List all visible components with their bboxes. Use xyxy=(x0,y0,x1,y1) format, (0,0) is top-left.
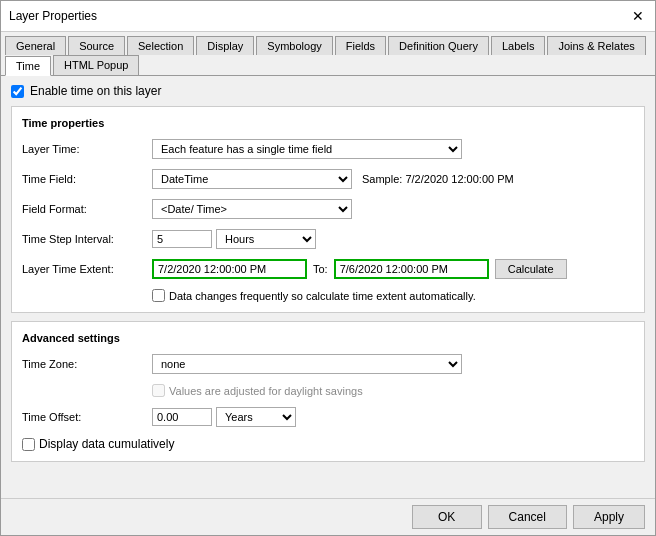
cumulative-row: Display data cumulatively xyxy=(22,437,634,451)
time-step-input[interactable]: 5 xyxy=(152,230,212,248)
time-field-control: DateTime Sample: 7/2/2020 12:00:00 PM xyxy=(152,169,634,189)
field-format-select[interactable]: <Date/ Time> xyxy=(152,199,352,219)
enable-time-label: Enable time on this layer xyxy=(30,84,161,98)
auto-calc-checkbox[interactable] xyxy=(152,289,165,302)
layer-time-label: Layer Time: xyxy=(22,143,152,155)
to-label: To: xyxy=(313,263,328,275)
tab-time[interactable]: Time xyxy=(5,56,51,76)
tab-html-popup[interactable]: HTML Popup xyxy=(53,55,139,75)
advanced-settings-title: Advanced settings xyxy=(22,332,634,344)
cumulative-label: Display data cumulatively xyxy=(39,437,174,451)
layer-time-row: Layer Time: Each feature has a single ti… xyxy=(22,139,634,159)
tab-general[interactable]: General xyxy=(5,36,66,55)
tab-display[interactable]: Display xyxy=(196,36,254,55)
advanced-settings-section: Advanced settings Time Zone: none Values… xyxy=(11,321,645,462)
apply-button[interactable]: Apply xyxy=(573,505,645,529)
sample-label: Sample: 7/2/2020 12:00:00 PM xyxy=(362,173,514,185)
enable-time-row: Enable time on this layer xyxy=(11,84,645,98)
daylight-row: Values are adjusted for daylight savings xyxy=(152,384,634,397)
time-zone-select[interactable]: none xyxy=(152,354,462,374)
time-offset-row: Time Offset: 0.00 Years Months Weeks Day… xyxy=(22,407,634,427)
bottom-bar: OK Cancel Apply xyxy=(1,498,655,535)
field-format-control: <Date/ Time> xyxy=(152,199,634,219)
cumulative-checkbox[interactable] xyxy=(22,438,35,451)
tab-joins-relates[interactable]: Joins & Relates xyxy=(547,36,645,55)
tab-source[interactable]: Source xyxy=(68,36,125,55)
time-step-unit-select[interactable]: Hours Minutes Seconds Days Weeks Months … xyxy=(216,229,316,249)
tab-labels[interactable]: Labels xyxy=(491,36,545,55)
layer-time-control: Each feature has a single time field Eac… xyxy=(152,139,634,159)
enable-time-checkbox[interactable] xyxy=(11,85,24,98)
time-field-select[interactable]: DateTime xyxy=(152,169,352,189)
close-button[interactable]: ✕ xyxy=(629,7,647,25)
field-format-label: Field Format: xyxy=(22,203,152,215)
time-field-row: Time Field: DateTime Sample: 7/2/2020 12… xyxy=(22,169,634,189)
time-offset-unit-select[interactable]: Years Months Weeks Days Hours Minutes Se… xyxy=(216,407,296,427)
time-offset-input[interactable]: 0.00 xyxy=(152,408,212,426)
daylight-label: Values are adjusted for daylight savings xyxy=(169,385,363,397)
window-title: Layer Properties xyxy=(9,9,97,23)
title-bar: Layer Properties ✕ xyxy=(1,1,655,32)
calculate-button[interactable]: Calculate xyxy=(495,259,567,279)
tab-content: Enable time on this layer Time propertie… xyxy=(1,76,655,498)
field-format-row: Field Format: <Date/ Time> xyxy=(22,199,634,219)
time-offset-control: 0.00 Years Months Weeks Days Hours Minut… xyxy=(152,407,634,427)
cancel-button[interactable]: Cancel xyxy=(488,505,567,529)
extent-end-input[interactable]: 7/6/2020 12:00:00 PM xyxy=(334,259,489,279)
auto-calc-label: Data changes frequently so calculate tim… xyxy=(169,290,476,302)
time-zone-label: Time Zone: xyxy=(22,358,152,370)
layer-properties-window: Layer Properties ✕ General Source Select… xyxy=(0,0,656,536)
time-offset-label: Time Offset: xyxy=(22,411,152,423)
time-step-row: Time Step Interval: 5 Hours Minutes Seco… xyxy=(22,229,634,249)
time-step-label: Time Step Interval: xyxy=(22,233,152,245)
extent-controls: 7/2/2020 12:00:00 PM To: 7/6/2020 12:00:… xyxy=(152,259,634,279)
tab-definition-query[interactable]: Definition Query xyxy=(388,36,489,55)
tab-bar: General Source Selection Display Symbolo… xyxy=(1,32,655,76)
time-field-label: Time Field: xyxy=(22,173,152,185)
time-zone-row: Time Zone: none xyxy=(22,354,634,374)
sample-value: 7/2/2020 12:00:00 PM xyxy=(405,173,513,185)
tab-fields[interactable]: Fields xyxy=(335,36,386,55)
layer-time-select[interactable]: Each feature has a single time field Eac… xyxy=(152,139,462,159)
time-step-control: 5 Hours Minutes Seconds Days Weeks Month… xyxy=(152,229,634,249)
time-zone-control: none xyxy=(152,354,634,374)
extent-start-input[interactable]: 7/2/2020 12:00:00 PM xyxy=(152,259,307,279)
time-properties-section: Time properties Layer Time: Each feature… xyxy=(11,106,645,313)
tab-selection[interactable]: Selection xyxy=(127,36,194,55)
daylight-checkbox[interactable] xyxy=(152,384,165,397)
layer-time-extent-label: Layer Time Extent: xyxy=(22,263,152,275)
ok-button[interactable]: OK xyxy=(412,505,482,529)
tab-symbology[interactable]: Symbology xyxy=(256,36,332,55)
time-properties-title: Time properties xyxy=(22,117,634,129)
auto-calc-row: Data changes frequently so calculate tim… xyxy=(152,289,634,302)
layer-time-extent-row: Layer Time Extent: 7/2/2020 12:00:00 PM … xyxy=(22,259,634,279)
